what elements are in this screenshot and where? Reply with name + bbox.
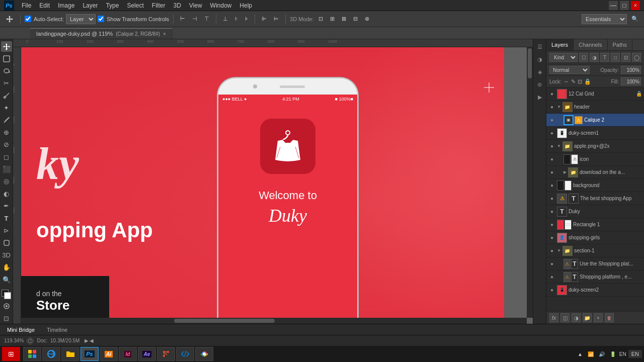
foreground-color[interactable] [2,290,12,299]
filter-text-btn[interactable]: T [600,53,609,62]
eye-icon-15[interactable]: ● [548,274,555,281]
menu-file[interactable]: File [18,1,35,10]
eye-icon-14[interactable]: ● [548,260,555,267]
lock-paint-btn[interactable]: ✎ [571,78,576,85]
tool-shape[interactable] [1,237,12,248]
quick-mask-btn[interactable] [1,301,12,311]
prev-frame-btn[interactable]: ◀ [90,338,94,343]
eye-icon-11[interactable]: ● [548,221,555,228]
align-center-h-btn[interactable]: ⊣ [190,15,200,23]
tool-pen[interactable]: ✒ [1,201,12,211]
filter-toggle-btn[interactable]: ◯ [632,53,641,62]
layer-section1-folder[interactable]: ● ▼ 📁 section-1 [546,244,644,257]
menu-edit[interactable]: Edit [36,1,53,10]
layer-text-duky[interactable]: ● T Duky [546,205,644,218]
tab-paths[interactable]: Paths [608,39,632,50]
layer-text-shopplatform[interactable]: ● ⚠ T Shopping platform , e... [546,270,644,284]
auto-select-label[interactable]: Auto-Select: [25,16,64,22]
menu-3d[interactable]: 3D [170,1,184,10]
folder-arrow-download[interactable]: ▶ [564,170,567,174]
tool-text[interactable]: T [1,213,12,223]
tool-dodge[interactable]: ◐ [1,189,12,199]
tool-eyedrop[interactable] [1,90,12,101]
layer-folder-btn[interactable]: 📁 [583,313,592,322]
menu-type[interactable]: Type [102,1,122,10]
restore-btn[interactable]: □ [620,1,629,10]
bottom-tab-timeline[interactable]: Timeline [42,326,72,334]
tool-eraser[interactable]: ◻ [1,152,12,162]
eye-icon-6[interactable]: ● [548,156,555,163]
tool-move[interactable] [1,41,12,52]
layer-new-btn[interactable]: + [594,313,603,322]
align-bottom-btn[interactable]: ⊧ [243,15,251,23]
right-icon-history[interactable]: ⊚ [534,79,545,90]
layer-background[interactable]: ● background [546,179,644,192]
layer-fx-btn[interactable]: fx [549,313,558,322]
eye-icon-2[interactable]: ● [548,104,555,111]
workspace-select[interactable]: Essentials [582,14,627,24]
folder-arrow-section1[interactable]: ▼ [557,248,561,253]
right-icon-style[interactable]: ◈ [534,66,545,77]
layer-kind-select[interactable]: Kind [549,53,578,62]
align-top-btn[interactable]: ⊥ [220,15,230,23]
filter-adj-btn[interactable]: ◑ [590,53,599,62]
document-tab[interactable]: landingpage-duky.psd @ 119% (Calque 2, R… [30,28,173,39]
filter-shape-btn[interactable]: □ [611,53,620,62]
workspace-search-btn[interactable]: 🔍 [629,15,641,23]
taskbar-git[interactable] [157,347,175,361]
tool-3d[interactable]: 3D [1,250,12,260]
eye-icon-10[interactable]: ● [548,208,555,215]
menu-select[interactable]: Select [123,1,147,10]
layer-adj-btn[interactable]: ◑ [572,313,581,322]
eye-icon-13[interactable]: ● [548,247,555,254]
folder-arrow-header[interactable]: ▼ [557,105,561,109]
h-scroll-thumb[interactable] [174,319,275,323]
eye-icon-7[interactable]: ● [548,169,555,176]
taskbar-code[interactable] [176,347,194,361]
play-btn[interactable]: ▶ [85,338,89,343]
folder-arrow-apple[interactable]: ▼ [557,144,561,148]
layer-rect1[interactable]: ● □ Rectangle 1 [546,218,644,231]
filter-smart-btn[interactable]: ⊡ [621,53,630,62]
layer-shopping-girls[interactable]: ● 👤 shopping-girls [546,231,644,244]
tray-battery[interactable]: 🔋 [608,351,617,357]
lock-position-btn[interactable]: ↔ [564,78,569,84]
filter-pixel-btn[interactable]: ☐ [579,53,588,62]
right-icon-adjust[interactable]: ◑ [534,54,545,65]
right-icon-layers[interactable]: ☰ [534,41,545,52]
tray-network[interactable]: 📶 [586,351,595,357]
taskbar-indesign[interactable]: Id [119,347,137,361]
eye-icon-8[interactable]: ● [548,182,555,189]
layer-download-folder[interactable]: ● ▶ 📁 download on the a... [546,166,644,179]
lock-all-btn[interactable]: 🔒 [584,78,591,85]
eye-icon-16[interactable]: ● [548,287,555,294]
tab-layers[interactable]: Layers [546,39,574,50]
menu-image[interactable]: Image [54,1,78,10]
tool-healing[interactable]: ✦ [1,103,12,113]
menu-filter[interactable]: Filter [148,1,169,10]
taskbar-ae[interactable]: Ae [138,347,156,361]
taskbar-chrome[interactable] [195,347,213,361]
canvas-area[interactable]: ky opping App d on the Store [21,47,533,324]
layer-mask-btn[interactable]: ◫ [560,313,570,322]
taskbar-ie[interactable] [42,347,60,361]
v-scrollbar[interactable] [527,47,533,318]
3d-btn-4[interactable]: ⊟ [351,15,360,23]
h-scrollbar[interactable] [21,318,527,324]
align-center-v-btn[interactable]: ⊦ [232,15,240,23]
layer-select[interactable]: Layer Group [66,14,96,24]
tool-gradient[interactable]: ⬛ [1,164,12,174]
3d-btn-3[interactable]: ⊠ [339,15,349,23]
canvas-download-btn[interactable]: d on the Store [21,276,109,324]
layer-calque2[interactable]: ● ▣ ⚠ Calque 2 [546,114,644,127]
tool-crop[interactable]: ✂ [1,78,12,88]
eye-icon-9[interactable]: ● [548,195,555,202]
right-icon-actions[interactable]: ▶ [534,92,545,103]
tool-select-rect[interactable] [1,53,12,64]
3d-btn-5[interactable]: ⊗ [362,15,372,23]
show-transform-checkbox[interactable] [98,16,104,22]
tray-up-arrow[interactable]: ▲ [576,351,584,357]
bottom-tab-minibridge[interactable]: Mini Bridge [2,326,40,334]
eye-icon-3[interactable]: ● [548,117,555,124]
fill-input[interactable] [621,77,641,85]
